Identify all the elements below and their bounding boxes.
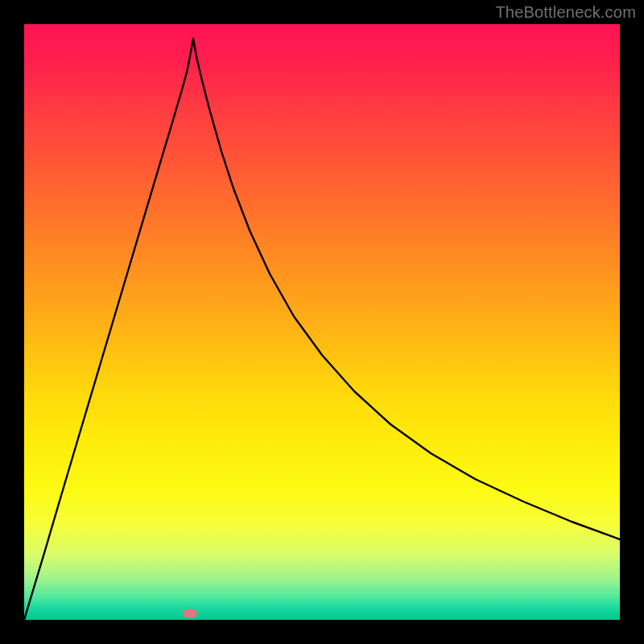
watermark-label: TheBottleneck.com	[495, 3, 636, 22]
bottleneck-curve	[24, 39, 620, 620]
plot-area	[24, 24, 620, 620]
curve-svg	[24, 24, 620, 620]
chart-frame: TheBottleneck.com	[0, 0, 644, 644]
optimal-point-marker	[183, 609, 197, 618]
